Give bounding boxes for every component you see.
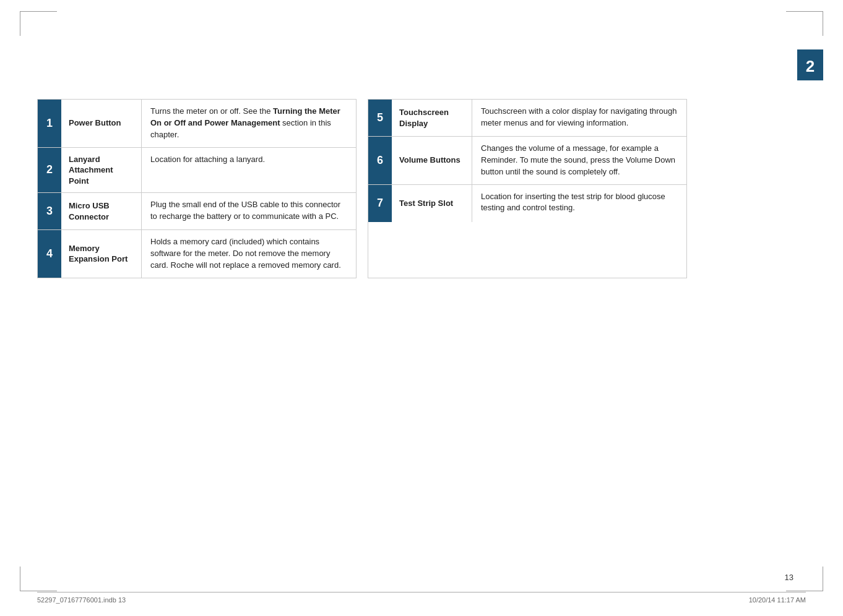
footer-right: 10/20/14 11:17 AM [749, 596, 806, 604]
right-table: 5 Touchscreen Display Touchscreen with a… [368, 99, 687, 278]
item-number: 2 [38, 148, 61, 193]
item-description: Plug the small end of the USB cable to t… [142, 193, 356, 229]
item-label: Memory Expansion Port [61, 230, 142, 278]
chapter-tab: 2 [797, 49, 823, 80]
left-table: 1 Power Button Turns the meter on or off… [37, 99, 357, 278]
item-description: Location for inserting the test strip fo… [472, 185, 686, 222]
item-label: Test Strip Slot [392, 185, 472, 222]
chapter-number: 2 [806, 57, 815, 75]
item-number: 6 [368, 137, 392, 184]
table-row: 2 Lanyard Attachment Point Location for … [38, 148, 356, 194]
item-label: Lanyard Attachment Point [61, 148, 142, 193]
item-number: 3 [38, 193, 61, 229]
table-row: 1 Power Button Turns the meter on or off… [38, 100, 356, 148]
table-row: 6 Volume Buttons Changes the volume of a… [368, 137, 686, 185]
item-number: 4 [38, 230, 61, 278]
item-label: Power Button [61, 100, 142, 147]
footer: 52297_07167776001.indb 13 10/20/14 11:17… [37, 592, 806, 604]
border-top-left [20, 11, 57, 12]
item-description: Location for attaching a lanyard. [142, 148, 356, 193]
main-content: 1 Power Button Turns the meter on or off… [37, 99, 793, 278]
item-number: 7 [368, 185, 392, 222]
item-label: Micro USB Connector [61, 193, 142, 229]
table-row: 7 Test Strip Slot Location for inserting… [368, 185, 686, 222]
border-top-right [786, 11, 823, 12]
item-label: Volume Buttons [392, 137, 472, 184]
table-row: 3 Micro USB Connector Plug the small end… [38, 193, 356, 230]
item-description: Turns the meter on or off. See the Turni… [142, 100, 356, 147]
feature-table-container: 1 Power Button Turns the meter on or off… [37, 99, 687, 278]
item-number: 1 [38, 100, 61, 147]
table-row: 4 Memory Expansion Port Holds a memory c… [38, 230, 356, 278]
item-description: Changes the volume of a message, for exa… [472, 137, 686, 184]
page-number: 13 [785, 573, 793, 582]
border-bottom-right [786, 591, 823, 591]
footer-left: 52297_07167776001.indb 13 [37, 596, 126, 604]
table-row: 5 Touchscreen Display Touchscreen with a… [368, 100, 686, 137]
item-label: Touchscreen Display [392, 100, 472, 136]
border-left-bottom [20, 567, 20, 591]
border-right-bottom [823, 567, 823, 591]
border-bottom-left [20, 591, 57, 591]
item-number: 5 [368, 100, 392, 136]
border-left-top [20, 11, 20, 36]
item-description: Holds a memory card (included) which con… [142, 230, 356, 278]
border-right-top [823, 11, 823, 36]
item-description: Touchscreen with a color display for nav… [472, 100, 686, 136]
